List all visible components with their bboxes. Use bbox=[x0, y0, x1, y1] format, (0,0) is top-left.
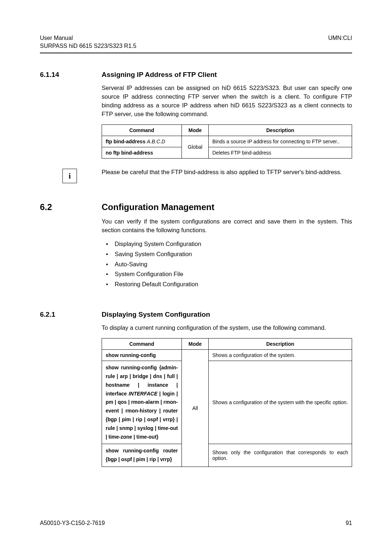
table-row: ftp bind-address A.B.C.D Global Binds a … bbox=[102, 136, 352, 147]
page-header: User Manual SURPASS hiD 6615 S223/S323 R… bbox=[40, 34, 352, 50]
th-command: Command bbox=[102, 124, 182, 136]
list-item: Restoring Default Configuration bbox=[102, 280, 352, 289]
heading-row: 6.2 Configuration Management bbox=[40, 202, 352, 212]
list-item: Auto-Saving bbox=[102, 260, 352, 269]
cell-description: Binds a source IP address for connecting… bbox=[209, 136, 352, 147]
section-6-2-1: 6.2.1 Displaying System Configuration To… bbox=[40, 311, 352, 467]
heading-number: 6.1.14 bbox=[40, 71, 102, 79]
cell-description: Shows a configuration of the system with… bbox=[209, 361, 352, 444]
header-rule bbox=[40, 53, 352, 53]
list-item: Saving System Configuration bbox=[102, 250, 352, 259]
heading-title: Configuration Management bbox=[102, 202, 215, 212]
page: User Manual SURPASS hiD 6615 S223/S323 R… bbox=[0, 0, 392, 554]
section-6-1-14: 6.1.14 Assigning IP Address of FTP Clien… bbox=[40, 71, 352, 183]
header-right: UMN:CLI bbox=[328, 34, 352, 50]
cmd-text: ftp bind-address bbox=[106, 139, 147, 144]
info-note: i Please be careful that the FTP bind-ad… bbox=[40, 168, 352, 183]
table-row: show running-config {admin-rule | arp | … bbox=[102, 361, 352, 444]
th-command: Command bbox=[102, 338, 182, 350]
th-description: Description bbox=[209, 338, 352, 350]
cell-mode: All bbox=[182, 350, 209, 467]
cell-command: show running-config {admin-rule | arp | … bbox=[102, 361, 182, 444]
header-left: User Manual SURPASS hiD 6615 S223/S323 R… bbox=[40, 34, 136, 50]
footer-right: 91 bbox=[346, 520, 352, 526]
table-row: show running-config router {bgp | ospf |… bbox=[102, 444, 352, 467]
cell-description: Deletes FTP bind-address bbox=[209, 147, 352, 158]
th-mode: Mode bbox=[182, 124, 209, 136]
cell-command: show running-config bbox=[102, 350, 182, 361]
section-6-2: 6.2 Configuration Management You can ver… bbox=[40, 202, 352, 289]
th-description: Description bbox=[209, 124, 352, 136]
paragraph: Serveral IP addresses can be assigned on… bbox=[102, 84, 352, 119]
table-row: no ftp bind-address Deletes FTP bind-add… bbox=[102, 147, 352, 158]
table-row: show running-config All Shows a configur… bbox=[102, 350, 352, 361]
footer-left: A50010-Y3-C150-2-7619 bbox=[40, 520, 105, 526]
cmd-text: | login | pm | qos | rmon-alarm | rmon-e… bbox=[106, 391, 178, 440]
info-icon: i bbox=[62, 169, 77, 183]
heading-title: Assigning IP Address of FTP Client bbox=[102, 71, 217, 79]
heading-row: 6.1.14 Assigning IP Address of FTP Clien… bbox=[40, 71, 352, 79]
cmd-variable: A.B.C.D bbox=[147, 139, 166, 144]
command-table-show-running: Command Mode Description show running-co… bbox=[102, 338, 352, 467]
header-left-line2: SURPASS hiD 6615 S223/S323 R1.5 bbox=[40, 42, 136, 50]
heading-title: Displaying System Configuration bbox=[102, 311, 210, 319]
cell-command: ftp bind-address A.B.C.D bbox=[102, 136, 182, 147]
cell-command: show running-config router {bgp | ospf |… bbox=[102, 444, 182, 467]
cell-description: Shows only the configuration that corres… bbox=[209, 444, 352, 467]
list-item: Displaying System Configuration bbox=[102, 240, 352, 249]
paragraph: To display a current running configurati… bbox=[102, 324, 352, 332]
bullet-list: Displaying System Configuration Saving S… bbox=[102, 240, 352, 289]
cell-mode: Global bbox=[182, 136, 209, 158]
cell-description: Shows a configuration of the system. bbox=[209, 350, 352, 361]
heading-row: 6.2.1 Displaying System Configuration bbox=[40, 311, 352, 319]
table-header-row: Command Mode Description bbox=[102, 338, 352, 350]
body-text: You can verify if the system configurati… bbox=[102, 217, 352, 289]
command-table-ftp: Command Mode Description ftp bind-addres… bbox=[102, 124, 352, 159]
body-text: To display a current running configurati… bbox=[102, 324, 352, 332]
header-left-line1: User Manual bbox=[40, 34, 136, 42]
table-header-row: Command Mode Description bbox=[102, 124, 352, 136]
body-text: Serveral IP addresses can be assigned on… bbox=[102, 84, 352, 119]
cmd-variable: INTERFACE bbox=[128, 391, 157, 397]
heading-number: 6.2.1 bbox=[40, 311, 102, 319]
page-footer: A50010-Y3-C150-2-7619 91 bbox=[40, 520, 352, 526]
heading-number: 6.2 bbox=[40, 202, 102, 212]
th-mode: Mode bbox=[182, 338, 209, 350]
cell-command: no ftp bind-address bbox=[102, 147, 182, 158]
info-text: Please be careful that the FTP bind-addr… bbox=[102, 168, 352, 177]
list-item: System Configuration File bbox=[102, 270, 352, 279]
paragraph: You can verify if the system configurati… bbox=[102, 217, 352, 235]
